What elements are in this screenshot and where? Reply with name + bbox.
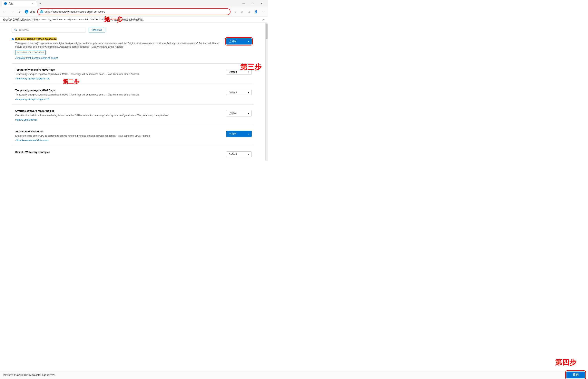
flag-item-hw-overlay: Select HW overlay strategies Default ▾ [12,151,254,161]
flag-inner: Override software rendering list Overrid… [12,110,223,121]
tab-title: 实验 [8,2,30,5]
warning-close-button[interactable]: ✕ [262,18,265,21]
flag-right: Default ▾ [226,89,254,101]
flag-title: Accelerated 2D canvas [15,130,223,133]
favorites-button[interactable]: ☆ [239,9,245,15]
override-rendering-dropdown[interactable]: 已禁用 ▾ [226,110,252,116]
flag-left: Accelerated 2D canvas Enables the use of… [15,130,223,142]
window-controls: — □ ✕ [239,0,266,7]
content-area: 🔍 Reset all Insecure origins treated as … [0,23,265,161]
flag-inner: Temporarily unexpire M108 flags. Tempora… [12,68,223,80]
flag-anchor-link[interactable]: #unsafely-treat-insecure-origin-as-secur… [15,57,58,59]
flag-title: Select HW overlay strategies [15,151,223,154]
chevron-down-icon: ▾ [248,133,249,135]
flag-title: Override software rendering list [15,110,223,112]
flag-anchor-link[interactable]: #disable-accelerated-2d-canvas [15,139,49,142]
search-icon: 🔍 [14,29,17,31]
flag-inner: Accelerated 2D canvas Enables the use of… [12,130,223,142]
search-box[interactable]: 🔍 [12,27,86,33]
address-input[interactable] [45,10,228,13]
flag-dot [12,131,14,133]
close-button[interactable]: ✕ [257,0,266,7]
insecure-origins-dropdown[interactable]: 已启用 ▾ [226,38,252,45]
flag-inner: Insecure origins treated as secure Treat… [12,37,223,59]
hw-overlay-dropdown[interactable]: Default ▾ [226,151,252,157]
search-row: 🔍 Reset all [12,27,254,33]
scrollbar-thumb[interactable] [266,24,267,39]
flag-anchor-link[interactable]: #temporary-unexpire-flags-m109 [15,98,49,101]
maximize-button[interactable]: □ [248,0,257,7]
dropdown-value: Default [229,70,237,73]
address-bar[interactable]: 🌐 [37,8,231,15]
browser-label: Edge [30,10,35,13]
dropdown-value: Default [229,153,237,156]
settings-more-button[interactable]: ⋯ [260,9,266,15]
flag-input-value: http://192.168.1.100:8080 [17,51,44,54]
flag-inner: Temporarily unexpire M109 flags. Tempora… [12,89,223,101]
back-button[interactable]: ← [1,9,8,15]
flag-item-insecure-origins: Insecure origins treated as secure Treat… [12,37,254,63]
read-aloud-button[interactable]: Aᵢ [232,9,238,15]
flag-item-accelerated-canvas: Accelerated 2D canvas Enables the use of… [12,130,254,146]
flag-title: Insecure origins treated as secure [15,37,223,40]
flag-right: Default ▾ [226,151,254,157]
flag-left: Temporarily unexpire M109 flags. Tempora… [15,89,223,101]
flag-item-m109: Temporarily unexpire M109 flags. Tempora… [12,89,254,105]
dropdown-value: Default [229,91,237,94]
flag-right: 已启用 ▾ [226,37,254,59]
scrollbar-track[interactable] [265,23,268,161]
title-bar: 实验 ✕ + — □ ✕ [0,0,268,7]
flag-left: Temporarily unexpire M108 flags. Tempora… [15,68,223,80]
dropdown-value: 已启用 [229,40,236,43]
flag-left: Insecure origins treated as secure Treat… [15,37,223,59]
flag-item-override-rendering: Override software rendering list Overrid… [12,110,254,125]
chevron-down-icon: ▾ [248,112,249,114]
active-tab[interactable]: 实验 ✕ [1,0,37,6]
flag-desc: Temporarily unexpire flags that expired … [15,72,223,76]
flag-dot [12,38,14,40]
tab-close-button[interactable]: ✕ [31,2,34,5]
flags-list: Insecure origins treated as secure Treat… [12,37,254,161]
flag-desc: Treat given (insecure) origins as secure… [15,42,223,49]
tab-favicon [4,2,7,5]
minimize-button[interactable]: — [239,0,248,7]
chevron-down-icon: ▾ [248,40,249,43]
search-input[interactable] [19,29,84,31]
chevron-down-icon: ▾ [248,91,249,94]
flag-dot [12,69,14,71]
flag-left: Override software rendering list Overrid… [15,110,223,121]
dropdown-value: 已启用 [229,132,236,136]
flag-inner: Select HW overlay strategies [12,151,223,157]
reset-all-button[interactable]: Reset all [89,27,105,33]
svg-point-0 [25,10,29,14]
flag-right: 已禁用 ▾ [226,110,254,121]
nav-icons: Aᵢ ☆ ⊞ 👤 ⋯ [232,9,266,15]
flag-left: Select HW overlay strategies [15,151,223,157]
accelerated-canvas-dropdown[interactable]: 已启用 ▾ [226,131,252,137]
flag-desc: Overrides the built-in software renderin… [15,113,223,117]
flag-anchor-link[interactable]: #ignore-gpu-blocklist [15,118,37,121]
refresh-button[interactable]: ↻ [16,9,23,15]
flag-title-highlighted: Insecure origins treated as secure [15,37,57,40]
profile-button[interactable]: 👤 [253,9,259,15]
tab-area: 实验 ✕ + [1,0,239,6]
new-tab-button[interactable]: + [38,1,43,6]
nav-bar: ← → ↻ Edge 🌐 第一步 Aᵢ ☆ ⊞ 👤 ⋯ [0,7,268,16]
flag-desc: Temporarily unexpire flags that expired … [15,93,223,96]
flag-right: 已启用 ▾ [226,130,254,142]
flag-desc: Enables the use of the GPU to perform 2d… [15,134,223,138]
dropdown-value: 已禁用 [229,111,236,115]
flag-anchor-link[interactable]: #temporary-unexpire-flags-m108 [15,77,49,80]
browser-logo-area: Edge [25,10,35,14]
warning-text: 你使用的是不受支持的命令行标志：--unsafely-treat-insecur… [3,18,145,21]
flag-dot [12,110,14,112]
flag-input-box[interactable]: http://192.168.1.100:8080 [15,50,46,55]
step-three-annotation: 第三步 [240,62,262,72]
collections-button[interactable]: ⊞ [246,9,252,15]
flag-title: Temporarily unexpire M109 flags. [15,89,223,92]
m109-dropdown[interactable]: Default ▾ [226,90,252,95]
flag-item-m108: Temporarily unexpire M108 flags. Tempora… [12,68,254,84]
address-globe-icon: 🌐 [40,10,43,13]
forward-button[interactable]: → [9,9,15,15]
flag-dot [12,90,14,92]
